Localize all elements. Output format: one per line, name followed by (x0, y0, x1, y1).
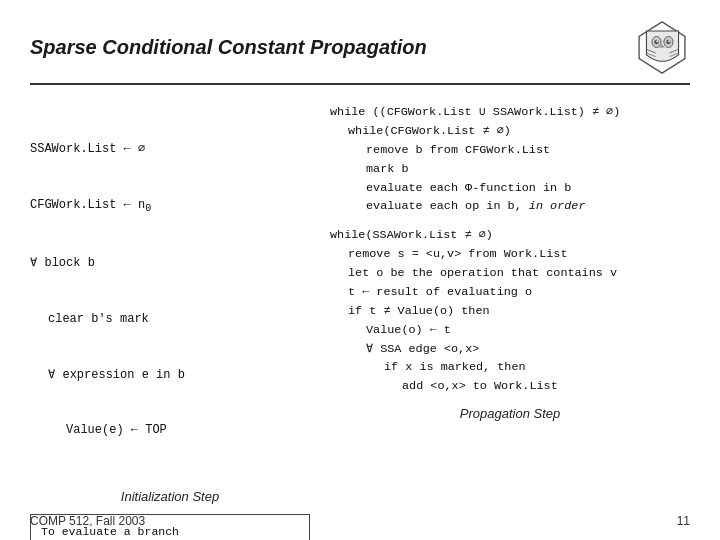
init-code: SSAWork.List ← ∅ CFGWork.List ← n0 ∀ blo… (30, 103, 310, 477)
prop-step-label: Propagation Step (330, 406, 690, 421)
right-code: while ((CFGWork.List ∪ SSAWork.List) ≠ ∅… (330, 103, 690, 396)
while1-line-2: while(CFGWork.List ≠ ∅) (330, 122, 690, 141)
init-line-3: ∀ block b (30, 254, 310, 273)
while1-line-3: remove b from CFGWork.List (330, 141, 690, 160)
footer-page: 11 (677, 514, 690, 528)
while1-line-5: evaluate each Φ-function in b (330, 179, 690, 198)
footer-course: COMP 512, Fall 2003 (30, 514, 145, 528)
while2-line-3: let o be the operation that contains v (330, 264, 690, 283)
main-content: SSAWork.List ← ∅ CFGWork.List ← n0 ∀ blo… (30, 103, 690, 540)
svg-point-5 (656, 40, 658, 42)
svg-point-6 (668, 40, 670, 42)
while2-line-9: add <o,x> to Work.List (330, 377, 690, 396)
while2-line-6: Value(o) ← t (330, 321, 690, 340)
init-line-2: CFGWork.List ← n0 (30, 196, 310, 217)
init-line-6: Value(e) ← TOP (30, 421, 310, 440)
while2-line-7: ∀ SSA edge <o,x> (330, 340, 690, 359)
university-logo (635, 20, 690, 75)
slide: Sparse Conditional Constant Propagation (0, 0, 720, 540)
svg-point-4 (666, 40, 671, 45)
while2-line-5: if t ≠ Value(o) then (330, 302, 690, 321)
while1-line-4: mark b (330, 160, 690, 179)
while2-line-8: if x is marked, then (330, 358, 690, 377)
svg-point-3 (654, 40, 659, 45)
slide-title: Sparse Conditional Constant Propagation (30, 36, 427, 59)
init-line-5: ∀ expression e in b (30, 366, 310, 385)
left-column: SSAWork.List ← ∅ CFGWork.List ← n0 ∀ blo… (30, 103, 310, 540)
init-line-1: SSAWork.List ← ∅ (30, 140, 310, 159)
while2-line-1: while(SSAWork.List ≠ ∅) (330, 226, 690, 245)
while2-line-2: remove s = <u,v> from Work.List (330, 245, 690, 264)
init-step-label: Initialization Step (30, 489, 310, 504)
while1-line-1: while ((CFGWork.List ∪ SSAWork.List) ≠ ∅… (330, 103, 690, 122)
right-column: while ((CFGWork.List ∪ SSAWork.List) ≠ ∅… (330, 103, 690, 540)
slide-header: Sparse Conditional Constant Propagation (30, 20, 690, 85)
while2-line-4: t ← result of evaluating o (330, 283, 690, 302)
while1-line-6: evaluate each op in b, in order (330, 197, 690, 216)
init-line-4: clear b's mark (30, 310, 310, 329)
footer: COMP 512, Fall 2003 11 (30, 514, 690, 528)
